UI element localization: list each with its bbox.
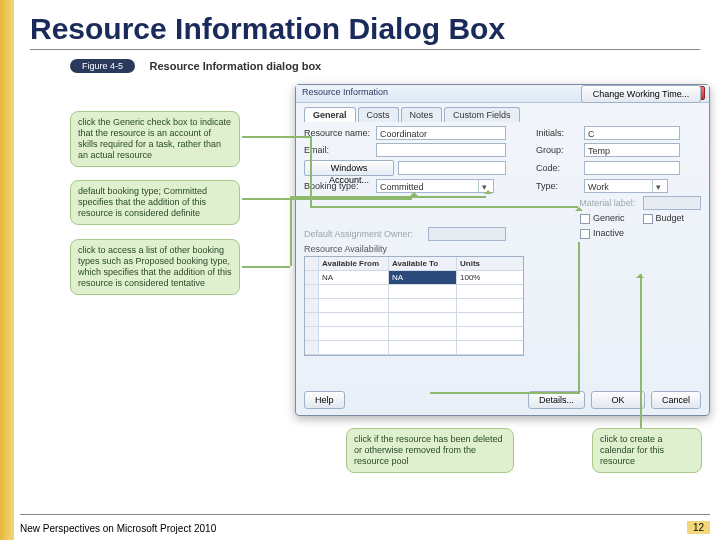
table-header-blank <box>305 257 319 271</box>
checkbox-icon <box>643 214 653 224</box>
resource-availability-label: Resource Availability <box>304 244 701 254</box>
booking-type-select[interactable]: Committed ▾ <box>376 179 494 193</box>
details-button[interactable]: Details... <box>528 391 585 409</box>
figure-caption: Resource Information dialog box <box>149 60 321 72</box>
windows-account-input[interactable] <box>398 161 506 175</box>
callout-booking-dropdown: click to access a list of other booking … <box>70 239 240 295</box>
generic-checkbox[interactable]: Generic <box>580 213 625 224</box>
material-label-input <box>643 196 701 210</box>
callout-leader <box>242 198 412 200</box>
windows-account-button[interactable]: Windows Account... <box>304 160 394 176</box>
arrow-up-icon <box>484 186 492 194</box>
figure-label: Figure 4-5 Resource Information dialog b… <box>70 56 321 74</box>
callout-inactive-checkbox: click if the resource has been deleted o… <box>346 428 514 473</box>
change-working-time-button[interactable]: Change Working Time... <box>581 85 701 103</box>
resource-information-dialog: Resource Information ✕ General Costs Not… <box>295 84 710 416</box>
default-assignment-owner-input <box>428 227 506 241</box>
code-input[interactable] <box>584 161 680 175</box>
units-cell[interactable]: 100% <box>457 271 523 285</box>
callout-leader <box>290 196 486 198</box>
tab-costs[interactable]: Costs <box>358 107 399 122</box>
available-from-cell[interactable]: NA <box>319 271 389 285</box>
callout-change-working-time: click to create a calendar for this reso… <box>592 428 702 473</box>
arrow-up-icon <box>410 188 418 196</box>
chevron-down-icon: ▾ <box>652 180 664 192</box>
help-button[interactable]: Help <box>304 391 345 409</box>
table-row-handle[interactable] <box>305 271 319 285</box>
group-label: Group: <box>536 145 580 155</box>
cancel-button[interactable]: Cancel <box>651 391 701 409</box>
tab-notes[interactable]: Notes <box>401 107 443 122</box>
callout-generic-checkbox: click the Generic check box to indicate … <box>70 111 240 167</box>
slide-accent-stripe <box>0 0 14 540</box>
inactive-checkbox[interactable]: Inactive <box>580 228 624 239</box>
initials-label: Initials: <box>536 128 580 138</box>
callout-leader <box>242 266 290 268</box>
tab-strip: General Costs Notes Custom Fields <box>304 107 701 122</box>
slide-footer: New Perspectives on Microsoft Project 20… <box>0 514 720 536</box>
table-header-units: Units <box>457 257 523 271</box>
dialog-title: Resource Information <box>302 87 388 97</box>
callout-leader <box>290 196 292 266</box>
email-input[interactable] <box>376 143 506 157</box>
figure-tag: Figure 4-5 <box>70 59 135 73</box>
code-label: Code: <box>536 163 580 173</box>
callout-leader <box>430 392 580 394</box>
callout-leader <box>578 242 580 392</box>
tab-custom-fields[interactable]: Custom Fields <box>444 107 520 122</box>
budget-checkbox[interactable]: Budget <box>643 213 685 224</box>
checkbox-icon <box>580 229 590 239</box>
default-assignment-owner-label: Default Assignment Owner: <box>304 229 424 239</box>
booking-type-label: Booking type: <box>304 181 372 191</box>
email-label: Email: <box>304 145 372 155</box>
resource-name-label: Resource name: <box>304 128 372 138</box>
initials-input[interactable]: C <box>584 126 680 140</box>
checkbox-icon <box>580 214 590 224</box>
page-number: 12 <box>687 521 710 534</box>
callout-booking-committed: default booking type; Committed specifie… <box>70 180 240 225</box>
available-to-cell[interactable]: NA <box>389 271 457 285</box>
type-value: Work <box>588 180 609 192</box>
type-label: Type: <box>536 181 580 191</box>
material-label-label: Material label: <box>579 198 639 208</box>
availability-table: Available From Available To Units NA NA … <box>304 256 524 356</box>
slide-title: Resource Information Dialog Box <box>30 12 700 46</box>
tab-general[interactable]: General <box>304 107 356 122</box>
callout-leader <box>640 274 642 428</box>
table-header-from: Available From <box>319 257 389 271</box>
footer-divider <box>20 514 710 515</box>
title-divider <box>30 49 700 50</box>
arrow-up-icon <box>636 270 644 278</box>
group-input[interactable]: Temp <box>584 143 680 157</box>
callout-leader <box>310 206 578 208</box>
arrow-up-icon <box>575 203 583 211</box>
resource-name-input[interactable]: Coordinator <box>376 126 506 140</box>
type-select[interactable]: Work ▾ <box>584 179 668 193</box>
table-header-to: Available To <box>389 257 457 271</box>
callout-leader <box>242 136 310 138</box>
ok-button[interactable]: OK <box>591 391 645 409</box>
footer-text: New Perspectives on Microsoft Project 20… <box>20 523 216 534</box>
